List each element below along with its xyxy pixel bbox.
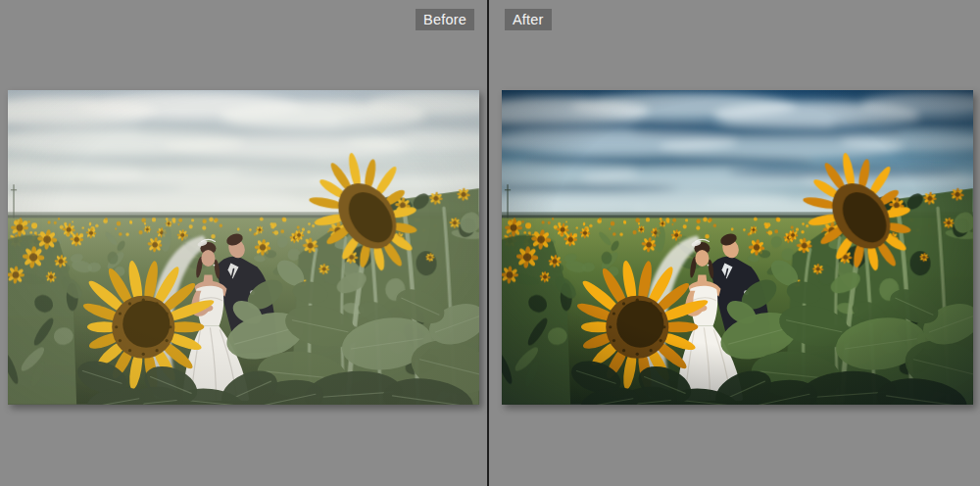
- compare-view: Before After: [0, 0, 980, 486]
- compare-divider: [487, 0, 489, 486]
- photo-illustration: [8, 90, 479, 405]
- after-image[interactable]: [502, 90, 973, 405]
- before-label: Before: [416, 9, 474, 30]
- before-image[interactable]: [8, 90, 479, 405]
- after-label: After: [505, 9, 552, 30]
- photo-illustration: [502, 90, 973, 405]
